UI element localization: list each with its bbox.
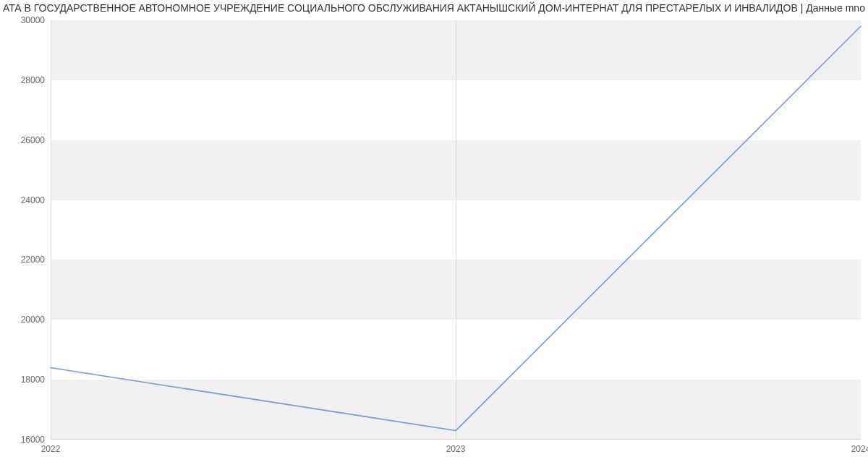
series-path [51, 26, 861, 430]
x-tick-label: 2024 [851, 444, 868, 454]
plot-inner: 16000 18000 20000 22000 24000 26000 2800… [51, 20, 861, 440]
y-tick-label: 24000 [21, 195, 45, 205]
y-tick-label: 20000 [21, 315, 45, 325]
x-tick-label: 2023 [446, 444, 466, 454]
y-tick-label: 18000 [21, 375, 45, 385]
y-tick-label: 28000 [21, 75, 45, 85]
y-tick-label: 26000 [21, 135, 45, 145]
y-tick-label: 22000 [21, 255, 45, 265]
chart-container: АТА В ГОСУДАРСТВЕННОЕ АВТОНОМНОЕ УЧРЕЖДЕ… [0, 0, 868, 470]
chart-title: АТА В ГОСУДАРСТВЕННОЕ АВТОНОМНОЕ УЧРЕЖДЕ… [0, 0, 868, 16]
y-tick-label: 30000 [21, 15, 45, 25]
y-tick-label: 16000 [21, 435, 45, 445]
plot-area: 16000 18000 20000 22000 24000 26000 2800… [51, 20, 861, 440]
x-tick-label: 2022 [41, 444, 61, 454]
line-series [51, 20, 861, 440]
